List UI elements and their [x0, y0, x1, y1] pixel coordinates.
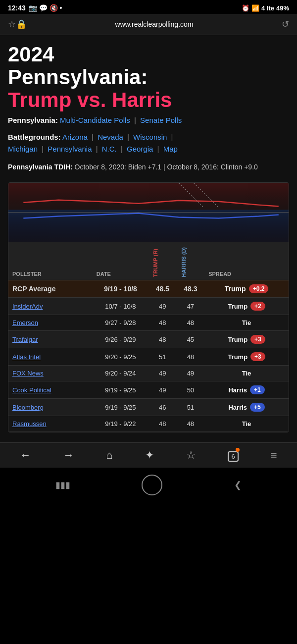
- rcp-date: 9/19 - 10/8: [93, 280, 148, 298]
- tabs-button[interactable]: 6: [228, 449, 238, 462]
- main-content: 2024 Pennsylvania: Trump vs. Harris Penn…: [0, 35, 297, 442]
- spread-label: Trump: [228, 353, 248, 361]
- svg-rect-0: [8, 183, 289, 210]
- row-date: 9/19 - 9/25: [93, 381, 148, 399]
- spread-label: Tie: [242, 420, 251, 428]
- row-spread: Trump+3: [204, 348, 289, 366]
- row-harris: 45: [177, 331, 205, 348]
- pollster-link[interactable]: FOX News: [12, 370, 44, 377]
- refresh-icon[interactable]: ↺: [282, 19, 289, 30]
- senate-polls-link[interactable]: Senate Polls: [140, 116, 182, 124]
- harris-header-rotated: HARRIS (D): [181, 245, 187, 277]
- pollster-link[interactable]: Trafalgar: [12, 336, 38, 343]
- battlegrounds-section: Battlegrounds: Arizona | Nevada | Wiscon…: [8, 131, 289, 155]
- pollster-link[interactable]: InsiderAdv: [12, 303, 43, 310]
- bg-arizona[interactable]: Arizona: [62, 133, 88, 141]
- row-trump: 48: [148, 416, 177, 432]
- android-home-gesture[interactable]: [142, 475, 162, 495]
- spread-label: Tie: [242, 319, 251, 326]
- row-spread: Tie: [204, 416, 289, 432]
- bg-nevada[interactable]: Nevada: [98, 133, 123, 141]
- table-row: Bloomberg9/19 - 9/254651Harris+5: [8, 399, 289, 416]
- row-harris: 47: [177, 298, 205, 315]
- status-bar: 12:43 📷 💬 🔇 • ⏰ 📶 4 lte 49%: [0, 0, 297, 14]
- table-row: FOX News9/20 - 9/244949Tie: [8, 366, 289, 381]
- multi-candidate-link[interactable]: Multi-Candidate Polls: [60, 116, 130, 124]
- spread-badge: +1: [250, 385, 265, 394]
- spread-label: Tie: [242, 370, 251, 377]
- title-line2: Trump vs. Harris: [8, 88, 172, 111]
- table-body: RCP Average 9/19 - 10/8 48.5 48.3 Trump …: [8, 280, 289, 432]
- bookmark-icon[interactable]: ☆: [8, 19, 16, 30]
- pollster-link[interactable]: Rasmussen: [12, 420, 47, 428]
- header-pollster: POLLSTER: [8, 242, 93, 280]
- bg-michigan[interactable]: Michigan: [8, 145, 38, 153]
- pollster-link[interactable]: Cook Political: [12, 386, 51, 394]
- pollster-link[interactable]: Atlas Intel: [12, 353, 41, 361]
- poll-table: POLLSTER DATE TRUMP (R) HARRIS (D) SPREA…: [8, 242, 289, 432]
- notification-icons: 📷 💬 🔇 •: [29, 4, 62, 12]
- row-trump: 48: [148, 331, 177, 348]
- table-row: Trafalgar9/26 - 9/294845Trump+3: [8, 331, 289, 348]
- row-trump: 48: [148, 315, 177, 331]
- url-bar[interactable]: www.realclearpolling.com: [27, 20, 282, 28]
- pollster-link[interactable]: Bloomberg: [12, 404, 44, 411]
- signal-text: 4 lte: [261, 4, 274, 12]
- row-trump: 49: [148, 298, 177, 315]
- bg-nc[interactable]: N.C.: [102, 145, 117, 153]
- magic-button[interactable]: ✦: [145, 449, 154, 462]
- android-back-gesture[interactable]: ▮▮▮: [55, 480, 70, 490]
- poll-table-container: POLLSTER DATE TRUMP (R) HARRIS (D) SPREA…: [8, 182, 289, 433]
- row-date: 9/27 - 9/28: [93, 315, 148, 331]
- row-harris: 48: [177, 416, 205, 432]
- android-recents-gesture[interactable]: ❮: [234, 480, 242, 490]
- forward-button[interactable]: →: [63, 449, 74, 462]
- chart-area: [8, 183, 289, 242]
- row-harris: 49: [177, 366, 205, 381]
- spread-label: Trump: [228, 336, 248, 343]
- menu-button[interactable]: ≡: [271, 449, 277, 462]
- row-trump: 46: [148, 399, 177, 416]
- row-harris: 51: [177, 399, 205, 416]
- rcp-pollster: RCP Average: [8, 280, 93, 298]
- battery-text: 49%: [276, 4, 289, 12]
- tabs-count-box: 6: [228, 451, 238, 462]
- time-display: 12:43: [8, 4, 26, 12]
- tdih-text: October 8, 2020: Biden +7.1 | October 8,…: [75, 163, 258, 171]
- spread-badge: +5: [250, 403, 265, 412]
- header-harris: HARRIS (D): [177, 242, 205, 280]
- back-button[interactable]: ←: [20, 449, 31, 462]
- row-trump: 49: [148, 381, 177, 399]
- favorites-button[interactable]: ☆: [186, 449, 196, 462]
- status-right: ⏰ 📶 4 lte 49%: [242, 4, 289, 12]
- bg-map[interactable]: Map: [163, 145, 178, 153]
- title-line1: Pennsylvania:: [8, 65, 148, 89]
- row-trump: 49: [148, 366, 177, 381]
- rcp-spread: Trump +0.2: [204, 280, 289, 298]
- spread-label: Trump: [228, 303, 248, 310]
- spread-badge: +3: [250, 335, 265, 344]
- home-button[interactable]: ⌂: [106, 449, 112, 462]
- row-date: 9/26 - 9/29: [93, 331, 148, 348]
- pollster-link[interactable]: Emerson: [12, 319, 38, 326]
- table-row: Cook Political9/19 - 9/254950Harris+1: [8, 381, 289, 399]
- row-date: 9/19 - 9/22: [93, 416, 148, 432]
- table-row: Emerson9/27 - 9/284848Tie: [8, 315, 289, 331]
- rcp-trump: 48.5: [148, 280, 177, 298]
- bg-wisconsin[interactable]: Wisconsin: [133, 133, 167, 141]
- row-spread: Harris+1: [204, 381, 289, 399]
- spread-badge: +3: [250, 352, 265, 361]
- alarm-icon: ⏰: [242, 4, 249, 12]
- battlegrounds-label: Battlegrounds:: [8, 133, 61, 141]
- rcp-spread-label: Trump: [225, 285, 246, 293]
- table-row: InsiderAdv10/7 - 10/84947Trump+2: [8, 298, 289, 315]
- bg-pennsylvania[interactable]: Pennsylvania: [48, 145, 92, 153]
- rcp-spread-badge: +0.2: [249, 284, 269, 293]
- browser-bar: ☆ 🔒 www.realclearpolling.com ↺: [0, 14, 297, 35]
- bottom-nav: ← → ⌂ ✦ ☆ 6 ≡: [0, 442, 297, 468]
- spread-label: Harris: [228, 386, 247, 394]
- row-date: 9/20 - 9/24: [93, 366, 148, 381]
- bg-georgia[interactable]: Georgia: [127, 145, 153, 153]
- chart-svg: [8, 183, 289, 242]
- table-row: Atlas Intel9/20 - 9/255148Trump+3: [8, 348, 289, 366]
